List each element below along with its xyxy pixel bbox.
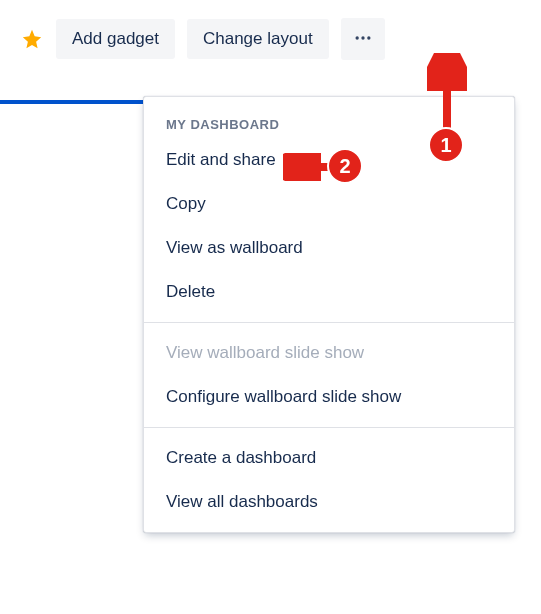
menu-item-copy[interactable]: Copy <box>144 182 514 226</box>
ellipsis-icon <box>353 28 373 51</box>
svg-point-2 <box>367 36 370 39</box>
more-actions-button[interactable] <box>341 18 385 60</box>
change-layout-button[interactable]: Change layout <box>187 19 329 59</box>
menu-item-view-all-dashboards[interactable]: View all dashboards <box>144 480 514 524</box>
more-actions-dropdown: MY DASHBOARD Edit and share Copy View as… <box>143 96 515 533</box>
menu-item-create-dashboard[interactable]: Create a dashboard <box>144 436 514 480</box>
menu-item-view-as-wallboard[interactable]: View as wallboard <box>144 226 514 270</box>
menu-item-view-wallboard-slideshow: View wallboard slide show <box>144 331 514 375</box>
svg-point-0 <box>355 36 358 39</box>
dropdown-section-header: MY DASHBOARD <box>144 105 514 138</box>
dropdown-divider <box>144 322 514 323</box>
star-icon[interactable] <box>20 27 44 51</box>
add-gadget-button[interactable]: Add gadget <box>56 19 175 59</box>
toolbar: Add gadget Change layout <box>0 0 541 70</box>
menu-item-edit-and-share[interactable]: Edit and share <box>144 138 514 182</box>
dropdown-divider <box>144 427 514 428</box>
menu-item-configure-wallboard-slideshow[interactable]: Configure wallboard slide show <box>144 375 514 419</box>
menu-item-delete[interactable]: Delete <box>144 270 514 314</box>
svg-point-1 <box>361 36 364 39</box>
